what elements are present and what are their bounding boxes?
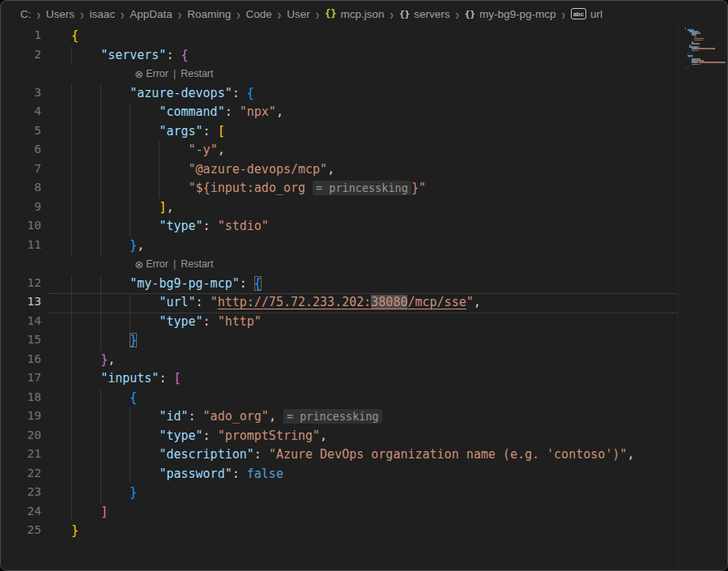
inlay-hint: = princessking: [283, 409, 382, 424]
indent-guide: [71, 351, 72, 370]
error-icon: ⊗: [134, 259, 143, 270]
vscode-editor-window: C:›Users›isaac›AppData›Roaming›Code›User…: [0, 0, 728, 571]
code-token: {: [71, 28, 79, 43]
indent-guide: [71, 84, 72, 104]
indent-guide: [130, 445, 130, 465]
code-token: "promptString": [218, 428, 320, 443]
code-token: :: [232, 86, 247, 100]
code-token: ,: [276, 104, 283, 119]
codelens-error-link[interactable]: Error: [146, 68, 168, 79]
breadcrumb-label: servers: [414, 8, 449, 20]
breadcrumb-item-url[interactable]: abcurl: [571, 8, 602, 20]
breadcrumb-item-mcp-json[interactable]: {}mcp.json: [325, 8, 384, 20]
url-link-token[interactable]: /mcp/sse: [407, 295, 466, 309]
code-line: 19"id": "ado_org", = princessking: [1, 407, 727, 427]
line-number: 9: [1, 200, 41, 213]
code-text: ],: [159, 200, 173, 215]
minimap-line-segment: [700, 62, 726, 63]
code-text: }: [130, 333, 137, 347]
codelens-row: ⊗Error|Restart: [1, 65, 727, 84]
code-token: {: [254, 276, 262, 291]
code-text: "${input:ado_org = princessking}": [189, 181, 426, 195]
url-link-token[interactable]: http://75.72.233.202:: [218, 295, 372, 309]
indent-guide: [100, 275, 101, 294]
codelens-restart-link[interactable]: Restart: [181, 68, 213, 79]
minimap-line-segment: [714, 48, 715, 49]
code-token: {: [130, 390, 137, 405]
object-symbol-icon: {}: [465, 9, 475, 19]
codelens-separator: |: [173, 68, 176, 79]
code-token: :: [203, 219, 218, 233]
code-text: "azure-devops": {: [130, 86, 254, 100]
code-token: ": [466, 295, 474, 309]
indent-guide: [71, 217, 72, 236]
indent-guide: [159, 141, 160, 160]
code-token: :: [240, 276, 254, 291]
url-link-token[interactable]: 38080: [371, 295, 407, 309]
code-token: }: [130, 333, 137, 347]
breadcrumb-item-my-bg9-pg-mcp[interactable]: {}my-bg9-pg-mcp: [465, 8, 556, 20]
code-token: "description": [159, 447, 253, 462]
code-token: "args": [159, 124, 202, 138]
code-token: :: [166, 48, 181, 62]
breadcrumb-item-servers[interactable]: {}servers: [399, 8, 450, 20]
codelens: ⊗Error|Restart: [134, 68, 213, 79]
line-number: 16: [1, 352, 41, 365]
indent-guide: [100, 427, 101, 446]
breadcrumb-item-c-[interactable]: C:: [20, 8, 32, 20]
codelens-error-link[interactable]: Error: [146, 258, 168, 270]
indent-guide: [71, 160, 72, 180]
indent-guide: [100, 313, 101, 332]
minimap-line-segment: [689, 52, 690, 53]
breadcrumb-item-user[interactable]: User: [287, 8, 310, 20]
line-number: 1: [1, 28, 41, 41]
breadcrumb-label: Code: [246, 8, 272, 20]
code-text: {: [130, 390, 137, 405]
breadcrumb-item-users[interactable]: Users: [46, 8, 75, 20]
code-text: "id": "ado_org", = princessking: [159, 409, 381, 424]
line-number: 8: [1, 181, 41, 194]
code-text: }: [130, 485, 137, 500]
line-number: 21: [1, 447, 41, 460]
minimap-line-segment: [709, 48, 713, 49]
breadcrumb-item-roaming[interactable]: Roaming: [187, 8, 231, 20]
breadcrumb-item-isaac[interactable]: isaac: [89, 8, 115, 20]
minimap-line-segment: [696, 50, 699, 52]
code-token: "my-bg9-pg-mcp": [130, 276, 239, 291]
line-number: 3: [1, 86, 41, 99]
json-file-icon: {}: [325, 8, 336, 19]
code-line: 6"-y",: [1, 141, 727, 160]
chevron-right-icon: ›: [562, 6, 565, 22]
code-text: "command": "npx",: [159, 104, 283, 119]
indent-guide: [71, 445, 72, 465]
line-number: 12: [1, 276, 41, 289]
code-line: 4"command": "npx",: [1, 103, 727, 122]
indent-guide: [100, 293, 101, 313]
breadcrumb-label: Users: [46, 8, 75, 20]
breadcrumb-item-code[interactable]: Code: [246, 8, 272, 20]
line-number: 11: [1, 238, 41, 251]
indent-guide: [100, 236, 101, 256]
code-line: 16},: [1, 351, 727, 370]
chevron-right-icon: ›: [37, 6, 40, 22]
code-line: 2"servers": {: [1, 46, 727, 66]
minimap-line-segment: [700, 32, 700, 34]
chevron-right-icon: ›: [316, 6, 319, 22]
line-number: 23: [1, 485, 41, 498]
code-line: 23}: [1, 484, 727, 503]
chevron-right-icon: ›: [80, 6, 83, 22]
line-number: 18: [1, 390, 41, 403]
code-editor[interactable]: 1{2"servers": {⊗Error|Restart3"azure-dev…: [1, 25, 727, 570]
indent-guide: [100, 331, 101, 351]
code-line: 10"type": "stdio": [1, 217, 727, 236]
indent-guide: [159, 179, 160, 198]
codelens-restart-link[interactable]: Restart: [181, 258, 213, 270]
breadcrumb-item-appdata[interactable]: AppData: [130, 8, 172, 20]
minimap[interactable]: [679, 25, 726, 569]
minimap-line-segment: [696, 36, 696, 38]
code-token: "http": [218, 314, 262, 329]
code-token: false: [247, 467, 283, 481]
error-icon: ⊗: [134, 69, 143, 79]
minimap-line-segment: [696, 43, 700, 45]
indent-guide: [71, 198, 72, 218]
